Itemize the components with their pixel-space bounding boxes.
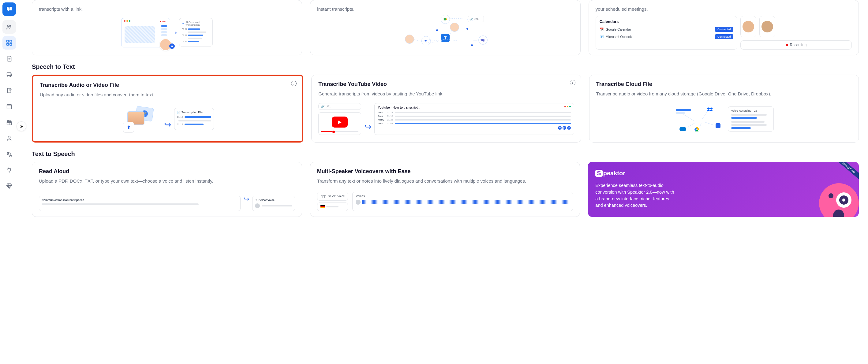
app-logo[interactable]: T — [2, 2, 16, 16]
sidebar-expand-button[interactable] — [17, 122, 26, 131]
sidebar-item-profile[interactable] — [2, 132, 16, 145]
info-icon[interactable]: i — [570, 80, 576, 85]
card-multi-speaker[interactable]: Multi-Speaker Voiceovers with Ease Trans… — [310, 162, 580, 217]
sidebar-item-dashboard[interactable] — [2, 36, 16, 49]
google-calendar-icon: 📅 — [599, 28, 604, 32]
sidebar-item-chat[interactable] — [2, 68, 16, 81]
main-content: transcripts with a link. REC ■ ➝ AI Gene… — [18, 0, 868, 223]
recording-badge: Recording — [740, 40, 852, 49]
svg-point-2 — [9, 25, 11, 27]
card-desc: Transcribe audio or video from any cloud… — [596, 91, 852, 97]
sidebar-item-notes[interactable] — [2, 84, 16, 97]
camera-icon: ■ — [169, 43, 175, 49]
card-desc: Upload any audio or video files and conv… — [40, 92, 296, 98]
svg-rect-5 — [7, 43, 8, 45]
sidebar-item-document[interactable] — [2, 52, 16, 65]
card-record-meeting[interactable]: transcripts with a link. REC ■ ➝ AI Gene… — [32, 0, 302, 55]
illustration-network: T 🔗 URL — [317, 16, 573, 49]
card-transcribe-cloud[interactable]: Transcribe Cloud File Transcribe audio o… — [589, 75, 859, 142]
card-transcribe-file[interactable]: i Transcribe Audio or Video File Upload … — [32, 75, 303, 142]
svg-text:T: T — [8, 6, 10, 10]
card-title: Transcribe YouTube Video — [318, 81, 574, 88]
sidebar-item-gift[interactable] — [2, 115, 16, 129]
connected-badge: Connected — [715, 27, 733, 32]
speaktor-logo: Speaktor — [595, 170, 851, 177]
arrow-icon: ↪ — [364, 122, 371, 132]
sidebar: T — [0, 0, 18, 223]
section-title-stt: Speech to Text — [32, 63, 859, 70]
germany-flag-icon — [320, 205, 325, 208]
svg-rect-4 — [10, 40, 12, 42]
speaktor-desc: Experience seamless text-to-audio conver… — [595, 182, 675, 209]
card-desc: transcripts with a link. — [39, 6, 295, 12]
card-desc: Generate transcripts from videos by past… — [318, 91, 574, 97]
sidebar-item-premium[interactable] — [2, 179, 16, 193]
youtube-icon: ▶ — [332, 117, 348, 128]
illustration-upload: 🎤 ⬆ ↪ Transcription File 01:12 01:12 — [40, 102, 296, 136]
card-title: Multi-Speaker Voiceovers with Ease — [317, 168, 573, 175]
calendars-title: Calendars — [599, 19, 733, 24]
sidebar-item-integrations[interactable] — [2, 163, 16, 177]
svg-point-1 — [8, 25, 9, 27]
card-transcribe-youtube[interactable]: i Transcribe YouTube Video Generate tran… — [311, 75, 581, 142]
info-icon[interactable]: i — [291, 81, 297, 86]
card-title: Transcribe Cloud File — [596, 81, 852, 88]
illustration-calendars: Calendars 📅Google Calendar Connected 📧Mi… — [596, 16, 852, 49]
card-speaktor-promo[interactable]: Coming Soon Speaktor Experience seamless… — [588, 162, 859, 217]
svg-point-9 — [8, 136, 10, 138]
outlook-icon: 📧 — [599, 35, 604, 39]
illustration-read-aloud: Communication Content Speech ↪ ✦Select V… — [39, 189, 295, 211]
sparkle-icon: ✦ — [255, 199, 257, 202]
svg-rect-7 — [7, 105, 12, 109]
card-title: Read Aloud — [39, 168, 295, 175]
sidebar-item-calendar[interactable] — [2, 100, 16, 113]
card-desc: your scheduled meetings. — [596, 6, 852, 12]
svg-rect-6 — [10, 43, 12, 45]
connected-badge: Connected — [715, 34, 733, 39]
upload-icon: ⬆ — [123, 122, 134, 133]
card-read-aloud[interactable]: Read Aloud Upload a PDF, DOCx, TXT, or t… — [32, 162, 302, 217]
sidebar-item-translate[interactable] — [2, 147, 16, 161]
card-desc: instant transcripts. — [317, 6, 573, 12]
illustration-record: REC ■ ➝ AI Generated Transcription 01:12… — [39, 16, 295, 49]
illustration-multi-speaker: ⎍|⎍|⎍Select Voice Voices — [317, 189, 573, 211]
section-title-tts: Text to Speech — [32, 151, 859, 158]
card-title: Transcribe Audio or Video File — [40, 82, 296, 89]
speaktor-mascot — [816, 180, 859, 217]
card-calendar-sync[interactable]: your scheduled meetings. Calendars 📅Goog… — [589, 0, 859, 55]
sidebar-item-team[interactable] — [2, 20, 16, 34]
card-instant-transcripts[interactable]: instant transcripts. T 🔗 URL — [310, 0, 580, 55]
card-desc: Upload a PDF, DOCx, TXT, or type your ow… — [39, 178, 295, 184]
card-desc: Transform any text or notes into lively … — [317, 178, 573, 184]
arrow-icon: ↪ — [164, 120, 171, 130]
illustration-cloud: Voice Recording - 03 — [596, 101, 852, 137]
illustration-youtube: 🔗 URL ▶ ↪ Youtube - How to transcript...… — [318, 101, 574, 137]
svg-rect-3 — [7, 40, 8, 42]
arrow-icon: ↪ — [244, 195, 249, 203]
